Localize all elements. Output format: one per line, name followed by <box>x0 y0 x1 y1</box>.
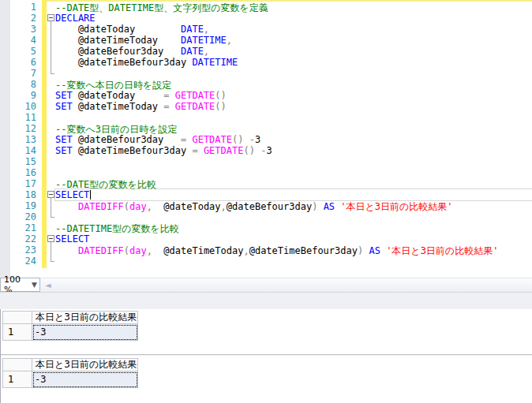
line-number[interactable]: 21 <box>10 222 39 233</box>
code-line-18[interactable]: SELECT <box>55 189 498 200</box>
grid-cell-selected[interactable]: -3 <box>32 324 138 341</box>
token-fn: GETDATE <box>175 90 215 101</box>
code-line-3[interactable]: @dateToday DATE, <box>55 24 498 35</box>
line-number[interactable]: 8 <box>10 79 39 90</box>
fold-collapse-box[interactable] <box>47 14 54 21</box>
line-number[interactable]: 12 <box>10 123 39 134</box>
fold-line <box>51 24 51 35</box>
line-number-gutter[interactable]: 123456789101112131415161718192021222324 <box>10 2 39 267</box>
code-line-9[interactable]: SET @dateToday = GETDATE() <box>55 90 498 101</box>
code-line-11[interactable] <box>55 112 498 123</box>
line-number[interactable]: 9 <box>10 90 39 101</box>
token-kw: SELECT <box>55 233 89 244</box>
line-number[interactable]: 19 <box>10 200 39 211</box>
line-number[interactable]: 14 <box>10 145 39 156</box>
code-line-8[interactable]: --変数へ本日の日時を設定 <box>55 79 498 90</box>
line-number[interactable]: 17 <box>10 178 39 189</box>
code-line-14[interactable]: SET @dateTimeBefour3day = GETDATE() -3 <box>55 145 498 156</box>
code-line-17[interactable]: --DATE型の変数を比較 <box>55 178 498 189</box>
sql-query-editor[interactable]: 123456789101112131415161718192021222324 … <box>0 0 532 278</box>
token-cm: --DATETIME型の変数を比較 <box>55 223 179 234</box>
code-line-7[interactable] <box>55 68 498 79</box>
token-id: @dateToday <box>152 201 221 212</box>
token-op: , <box>204 24 209 35</box>
token-id <box>170 101 175 112</box>
grid-row-header[interactable]: 1 <box>2 371 32 388</box>
line-number[interactable]: 7 <box>10 68 39 79</box>
token-id: @dateTimeToday <box>55 35 181 46</box>
results-tab-strip: 結果 メッセージ <box>0 292 532 310</box>
token-id: @dateBefour3day <box>55 46 181 57</box>
code-line-19[interactable]: DATEDIFF(day, @dateToday,@dateBefour3day… <box>55 200 498 211</box>
grid-row: 1-3 <box>2 324 138 341</box>
code-line-21[interactable]: --DATETIME型の変数を比較 <box>55 222 498 233</box>
fold-line <box>51 68 51 74</box>
fold-line <box>51 211 51 218</box>
line-number[interactable]: 3 <box>10 24 39 35</box>
line-number[interactable]: 23 <box>10 244 39 256</box>
code-line-24[interactable] <box>55 256 498 267</box>
code-line-2[interactable]: DECLARE <box>55 13 498 24</box>
grid-column-header[interactable]: 本日と3日前の比較結果 <box>32 311 138 324</box>
code-area[interactable]: --DATE型、DATETIME型、文字列型の変数を定義DECLARE @dat… <box>55 2 498 267</box>
code-line-5[interactable]: @dateBefour3day DATE, <box>55 46 498 57</box>
token-id: @dateTimeBefour3day <box>55 57 192 68</box>
fold-line <box>51 35 51 46</box>
code-line-20[interactable] <box>55 211 498 222</box>
grid-cell-selected[interactable]: -3 <box>32 371 138 388</box>
line-number[interactable]: 15 <box>10 156 39 167</box>
line-number[interactable]: 11 <box>10 112 39 123</box>
code-line-15[interactable] <box>55 156 498 167</box>
line-number[interactable]: 20 <box>10 211 39 222</box>
horizontal-scrollbar[interactable]: ◄ <box>41 278 532 293</box>
line-number[interactable]: 10 <box>10 101 39 112</box>
token-cm: --DATE型、DATETIME型、文字列型の変数を定義 <box>55 2 268 13</box>
grid-corner-cell[interactable] <box>2 311 32 324</box>
fold-collapse-box[interactable] <box>47 191 54 198</box>
fold-line <box>51 46 51 57</box>
line-number[interactable]: 16 <box>10 167 39 178</box>
line-number[interactable]: 18 <box>10 189 39 200</box>
line-number[interactable]: 1 <box>10 2 39 13</box>
token-op: - <box>249 134 255 145</box>
code-line-4[interactable]: @dateTimeToday DATETIME, <box>55 35 498 46</box>
token-kw: SET <box>55 101 73 112</box>
fold-end-tick <box>51 73 54 74</box>
code-line-10[interactable]: SET @dateTimeToday = GETDATE() <box>55 101 498 112</box>
line-number[interactable]: 6 <box>10 57 39 68</box>
token-op: = <box>192 145 197 156</box>
code-line-16[interactable] <box>55 167 498 178</box>
token-op: ( <box>124 245 129 256</box>
line-number[interactable]: 4 <box>10 35 39 46</box>
chevron-down-icon[interactable]: ▼ <box>29 281 39 289</box>
token-op: () <box>215 90 226 101</box>
line-number[interactable]: 22 <box>10 233 39 244</box>
line-number[interactable]: 24 <box>10 256 39 267</box>
token-id <box>198 145 204 156</box>
grid-column-header[interactable]: 本日と3日前の比較結果 <box>32 358 138 371</box>
code-line-13[interactable]: SET @dateBefour3day = GETDATE() -3 <box>55 134 498 145</box>
token-num: 3 <box>255 134 260 145</box>
code-line-12[interactable]: --変数へ3日前の日時を設定 <box>55 123 498 134</box>
fold-line <box>51 200 51 211</box>
token-op: () <box>243 145 254 156</box>
token-id <box>170 90 175 101</box>
line-number[interactable]: 13 <box>10 134 39 145</box>
line-number[interactable]: 5 <box>10 46 39 57</box>
code-line-1[interactable]: --DATE型、DATETIME型、文字列型の変数を定義 <box>55 2 498 13</box>
line-number[interactable]: 2 <box>10 13 39 24</box>
scroll-left-arrow-icon[interactable]: ◄ <box>45 281 51 289</box>
grid-corner-cell[interactable] <box>2 358 32 371</box>
selection-margin <box>0 0 10 278</box>
code-line-6[interactable]: @dateTimeBefour3day DATETIME <box>55 57 498 68</box>
code-line-23[interactable]: DATEDIFF(day, @dateTimeToday,@dateTimeBe… <box>55 244 498 256</box>
token-op: , <box>147 201 152 212</box>
code-line-22[interactable]: SELECT <box>55 233 498 244</box>
grid-row-header[interactable]: 1 <box>2 324 32 341</box>
token-id: @dateBefour3day <box>73 134 181 145</box>
zoom-level-combobox[interactable]: 100 % ▼ <box>0 278 40 292</box>
text-caret <box>90 190 91 200</box>
fold-collapse-box[interactable] <box>47 235 54 242</box>
token-id <box>243 134 249 145</box>
fold-end-tick <box>51 261 54 262</box>
